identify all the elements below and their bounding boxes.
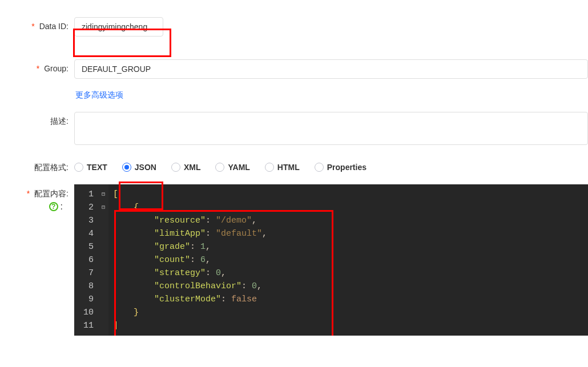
label-config-format: 配置格式:	[0, 158, 74, 173]
label-text-description: 描述:	[50, 116, 69, 126]
radio-label-html: HTML	[277, 163, 300, 172]
label-text-config-content: 配置内容:	[34, 189, 69, 198]
line-number: 11	[83, 319, 94, 332]
label-config-content: * 配置内容: ? :	[0, 184, 74, 212]
label-text-config-format: 配置格式:	[34, 163, 69, 172]
code-token: ,	[252, 216, 257, 225]
line-number: 7	[83, 267, 94, 280]
code-token: :	[241, 281, 252, 291]
radio-label-json: JSON	[135, 163, 156, 172]
code-token: "resource"	[154, 216, 206, 225]
code-token: "limitApp"	[154, 229, 206, 239]
code-token: :	[206, 229, 216, 239]
code-token: ,	[221, 268, 226, 278]
required-marker: *	[31, 22, 34, 31]
code-token: [	[113, 189, 118, 199]
line-number: 2	[83, 201, 94, 214]
code-token: "clusterMode"	[154, 295, 221, 304]
code-token: :	[190, 242, 200, 252]
line-number: 10	[83, 306, 94, 319]
radio-label-properties: Properties	[327, 163, 367, 172]
description-textarea[interactable]	[74, 112, 588, 145]
editor-code-area[interactable]: [ { "resource": "/demo", "limitApp": "de…	[108, 184, 272, 336]
format-radio-group: TEXT JSON XML YAML HTML	[74, 158, 588, 172]
code-indent	[113, 229, 154, 239]
radio-icon	[265, 163, 274, 172]
row-config-format: 配置格式: TEXT JSON XML YAML	[0, 158, 588, 184]
required-marker: *	[37, 64, 39, 73]
label-group: * Group:	[0, 59, 74, 73]
format-radio-json[interactable]: JSON	[122, 163, 156, 172]
code-token: 0	[252, 281, 257, 291]
format-radio-text[interactable]: TEXT	[74, 163, 107, 172]
data-id-input[interactable]	[74, 17, 163, 37]
code-token: "default"	[216, 229, 262, 239]
group-input[interactable]	[74, 59, 588, 79]
fold-icon[interactable]: ⊟	[99, 188, 107, 201]
code-indent	[113, 295, 154, 304]
radio-icon	[315, 163, 324, 172]
code-token: 1	[200, 242, 206, 252]
label-data-id: * Data ID:	[0, 17, 74, 31]
code-indent	[113, 216, 154, 225]
line-number: 5	[83, 240, 94, 253]
row-more-options: 更多高级选项	[0, 90, 588, 112]
line-number: 3	[83, 214, 94, 227]
row-data-id: * Data ID:	[0, 17, 588, 48]
radio-icon	[74, 163, 83, 172]
radio-label-xml: XML	[184, 163, 201, 172]
code-indent	[113, 281, 154, 291]
code-token: "/demo"	[216, 216, 252, 225]
code-indent	[113, 242, 154, 252]
code-token: :	[206, 268, 216, 278]
label-description: 描述:	[0, 112, 74, 127]
radio-icon	[171, 163, 180, 172]
code-token: "grade"	[154, 242, 190, 252]
code-token: 0	[216, 268, 221, 278]
radio-icon	[215, 163, 224, 172]
code-token: false	[231, 295, 257, 304]
code-token: {	[113, 203, 139, 212]
help-icon[interactable]: ?	[49, 202, 58, 211]
line-number: 4	[83, 227, 94, 240]
format-radio-html[interactable]: HTML	[265, 163, 300, 172]
format-radio-xml[interactable]: XML	[171, 163, 201, 172]
code-indent	[113, 255, 154, 265]
label-text-group: Group:	[44, 64, 69, 73]
radio-label-yaml: YAML	[228, 163, 249, 172]
row-config-content: * 配置内容: ? : 1 2 3 4 5 6 7 8 9	[0, 184, 588, 336]
code-token: ,	[206, 242, 211, 252]
line-number: 1	[83, 188, 94, 201]
format-radio-properties[interactable]: Properties	[315, 163, 367, 172]
radio-icon	[122, 163, 131, 172]
code-token: "strategy"	[154, 268, 206, 278]
more-options-link[interactable]: 更多高级选项	[74, 90, 123, 99]
format-radio-yaml[interactable]: YAML	[215, 163, 249, 172]
fold-icon[interactable]: ⊟	[99, 201, 107, 214]
code-token: "count"	[154, 255, 190, 265]
code-token: :	[206, 216, 216, 225]
code-token: ,	[257, 281, 262, 291]
radio-label-text: TEXT	[87, 163, 107, 172]
code-indent	[113, 268, 154, 278]
line-number: 8	[83, 280, 94, 293]
code-token: ,	[206, 255, 211, 265]
code-token: :	[221, 295, 231, 304]
code-token: :	[190, 255, 200, 265]
line-number: 9	[83, 293, 94, 306]
code-token: 6	[200, 255, 206, 265]
label-text-data-id: Data ID:	[39, 22, 69, 31]
help-row: ? :	[0, 201, 69, 212]
row-description: 描述:	[0, 112, 588, 158]
code-editor[interactable]: 1 2 3 4 5 6 7 8 9 10 11 ⊟ ⊟ [	[74, 184, 588, 336]
editor-fold-column: ⊟ ⊟	[98, 184, 108, 336]
required-marker: *	[27, 189, 30, 198]
code-token: ]	[113, 321, 118, 330]
line-number: 6	[83, 253, 94, 267]
code-token: ,	[262, 229, 267, 239]
editor-gutter: 1 2 3 4 5 6 7 8 9 10 11	[74, 184, 98, 336]
code-token: }	[113, 308, 139, 317]
help-colon: :	[61, 201, 63, 212]
code-token: "controlBehavior"	[154, 281, 241, 291]
row-group: * Group:	[0, 59, 588, 90]
